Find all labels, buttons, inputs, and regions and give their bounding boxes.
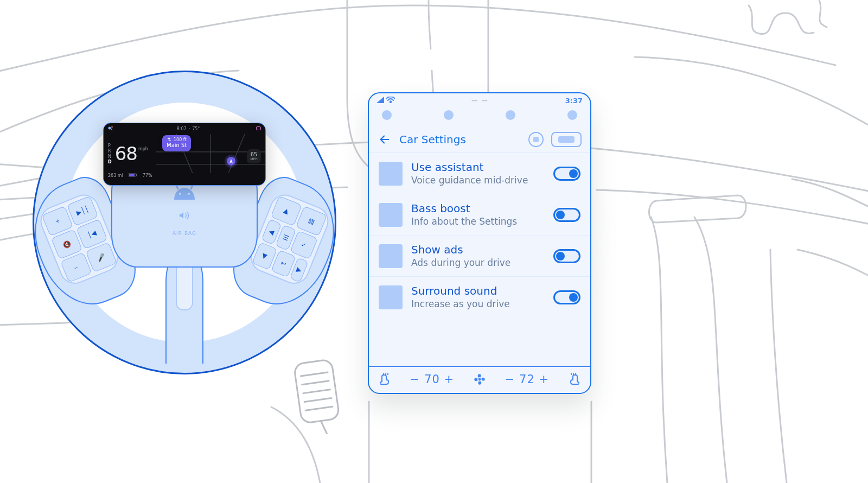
- gear-indicator: P R N D: [108, 143, 112, 164]
- cluster-clock: 8:07: [177, 126, 187, 131]
- cluster-assistant-icon: [108, 125, 113, 132]
- setting-row-title: Bass boost: [411, 202, 545, 215]
- setting-row-subtitle: Voice guidance mid-drive: [411, 174, 545, 186]
- svg-line-16: [301, 372, 328, 376]
- steering-wheel-right-pad: ▲ ▤ ◀ ☰ ✓ ▼ ↩ ▶: [246, 190, 333, 288]
- signal-icon: [376, 97, 384, 105]
- setting-toggle[interactable]: [553, 208, 580, 222]
- back-button[interactable]: [378, 132, 392, 147]
- svg-line-19: [304, 398, 331, 402]
- appbar-action-2[interactable]: [551, 132, 582, 147]
- battery-icon: [129, 173, 137, 178]
- setting-row[interactable]: Show adsAds during your drive: [369, 236, 590, 277]
- setting-row-icon: [379, 285, 403, 309]
- right-temp-control[interactable]: − 72 +: [505, 373, 549, 386]
- setting-row-icon: [379, 203, 403, 227]
- setting-row-subtitle: Increase as you drive: [411, 298, 545, 310]
- svg-point-5: [111, 126, 113, 128]
- speed-limit-badge: 65 MPH: [247, 149, 261, 163]
- settings-list[interactable]: Use assistantVoice guidance mid-driveBas…: [369, 153, 590, 366]
- setting-row-subtitle: Info about the Settings: [411, 215, 545, 227]
- setting-toggle[interactable]: [553, 167, 580, 181]
- cluster-notif-icon: [256, 126, 261, 130]
- svg-line-17: [302, 381, 329, 385]
- setting-row[interactable]: Surround soundIncrease as you drive: [369, 277, 590, 317]
- setting-row-title: Show ads: [411, 243, 545, 257]
- tab-dot-4[interactable]: [567, 110, 577, 120]
- setting-row-icon: [379, 162, 403, 186]
- svg-point-21: [478, 378, 481, 381]
- app-tab-strip: [369, 108, 590, 126]
- appbar-action-1[interactable]: [528, 132, 544, 147]
- left-temp-control[interactable]: − 70 +: [410, 373, 454, 386]
- steering-wheel: ＋ ▶││ 🔇 │◀ － 🎤 ▲ ▤ ◀ ☰ ✓: [33, 71, 336, 374]
- setting-row[interactable]: Bass boostInfo about the Settings: [369, 194, 590, 236]
- tab-dot-1[interactable]: [382, 110, 392, 120]
- steering-wheel-left-pad: ＋ ▶││ 🔇 │◀ － 🎤: [36, 190, 123, 288]
- svg-line-11: [224, 134, 245, 173]
- app-bar: Car Settings: [369, 126, 590, 153]
- tab-dot-2[interactable]: [444, 110, 454, 120]
- svg-point-4: [108, 127, 111, 130]
- svg-point-6: [111, 129, 112, 130]
- battery-label: 77%: [143, 173, 152, 178]
- center-display-tablet: — — 3:37 Car Settings Use assistantVoice…: [368, 92, 591, 394]
- seat-heater-right-icon[interactable]: [567, 373, 580, 385]
- svg-point-2: [179, 193, 181, 195]
- svg-line-18: [303, 390, 330, 393]
- speedometer: 68 mph: [115, 144, 148, 163]
- statusbar: — — 3:37: [369, 93, 590, 108]
- svg-rect-14: [129, 174, 135, 176]
- svg-point-3: [188, 193, 190, 195]
- nav-direction-card: 100 ft Main St: [162, 135, 191, 151]
- climate-bar: − 70 + − 72 +: [369, 366, 590, 393]
- svg-line-20: [305, 406, 333, 410]
- fan-icon[interactable]: [473, 372, 487, 386]
- wifi-icon: [386, 97, 395, 105]
- statusbar-clock: 3:37: [565, 97, 583, 105]
- seat-heater-left-icon[interactable]: [379, 373, 392, 385]
- instrument-cluster: 8:07 · 75° P R N D 68 mph: [103, 123, 266, 186]
- svg-rect-13: [136, 174, 137, 176]
- setting-toggle[interactable]: [553, 249, 580, 263]
- page-title: Car Settings: [399, 133, 466, 146]
- airbag-label: AIR BAG: [173, 231, 196, 236]
- setting-row-title: Surround sound: [411, 284, 545, 298]
- setting-toggle[interactable]: [553, 290, 580, 304]
- setting-row-icon: [379, 244, 403, 268]
- horn-icon[interactable]: [179, 212, 190, 221]
- tab-dot-3[interactable]: [506, 110, 515, 120]
- pedal-sketch: [291, 355, 353, 437]
- setting-row[interactable]: Use assistantVoice guidance mid-drive: [369, 153, 590, 194]
- setting-row-title: Use assistant: [411, 161, 545, 174]
- range-label: 263 mi: [108, 173, 123, 178]
- android-logo-icon: [172, 185, 197, 202]
- cluster-temperature: 75°: [192, 126, 200, 131]
- vehicle-heading-icon: [227, 157, 235, 166]
- setting-row-subtitle: Ads during your drive: [411, 257, 545, 269]
- notch-indicator: — —: [471, 97, 489, 104]
